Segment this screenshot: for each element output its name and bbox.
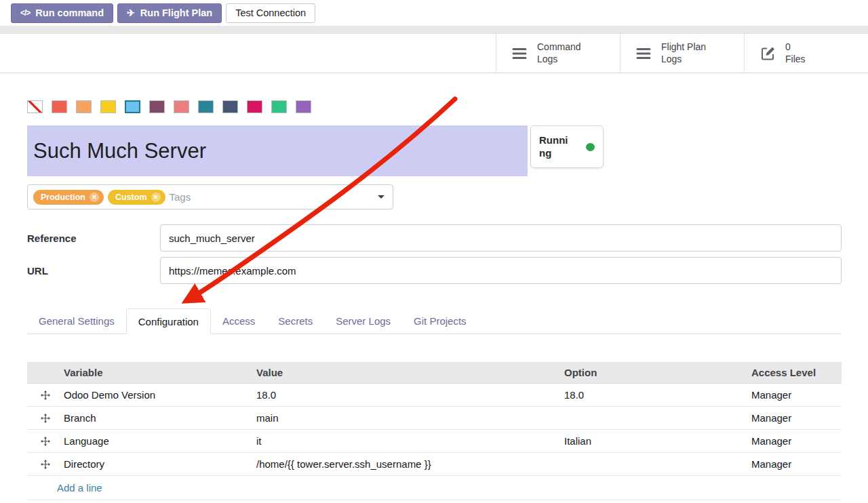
cell-value[interactable]: /home/{{ tower.server.ssh_username }} xyxy=(250,458,557,470)
cell-option[interactable]: 18.0 xyxy=(557,389,745,401)
color-swatch-orange[interactable] xyxy=(76,100,92,113)
drag-handle-icon[interactable] xyxy=(27,414,57,423)
tags-field[interactable]: Production ✕ Custom ✕ Tags xyxy=(27,184,393,209)
separator-strip xyxy=(0,26,868,34)
column-header-option: Option xyxy=(557,367,745,378)
code-icon: </> xyxy=(20,8,30,18)
tag-custom-remove-icon[interactable]: ✕ xyxy=(151,193,161,202)
flight-plan-logs-line2: Logs xyxy=(661,54,682,64)
cell-option[interactable]: Italian xyxy=(557,435,745,447)
cell-value[interactable]: 18.0 xyxy=(250,389,557,401)
table-row[interactable]: Odoo Demo Version 18.0 18.0 Manager xyxy=(27,384,842,407)
plane-icon: ✈ xyxy=(127,7,135,18)
tab-git-projects[interactable]: Git Projects xyxy=(402,308,478,334)
url-input[interactable] xyxy=(160,257,842,284)
add-line-row: Add a line xyxy=(27,476,842,500)
flight-plan-logs-button[interactable]: Flight Plan Logs xyxy=(620,34,744,73)
command-logs-line2: Logs xyxy=(537,54,557,64)
test-connection-button[interactable]: Test Connection xyxy=(226,3,315,23)
tags-placeholder: Tags xyxy=(170,191,191,203)
tag-production-label: Production xyxy=(41,193,85,202)
run-command-label: Run command xyxy=(35,7,104,18)
chevron-down-icon[interactable] xyxy=(378,195,384,199)
command-logs-button[interactable]: Command Logs xyxy=(496,34,620,73)
list-icon xyxy=(511,47,528,60)
status-badge[interactable]: Running xyxy=(530,125,604,168)
column-header-access-level: Access Level xyxy=(745,367,842,378)
command-logs-line1: Command xyxy=(537,41,581,52)
top-toolbar: </> Run command ✈ Run Flight Plan Test C… xyxy=(0,0,868,26)
flight-plan-logs-label: Flight Plan Logs xyxy=(661,41,706,65)
cell-variable[interactable]: Branch xyxy=(57,412,250,424)
tag-production-remove-icon[interactable]: ✕ xyxy=(90,193,99,202)
run-flight-plan-label: Run Flight Plan xyxy=(140,7,212,18)
color-swatch-cyan-selected[interactable] xyxy=(125,100,140,113)
run-flight-plan-button[interactable]: ✈ Run Flight Plan xyxy=(117,3,222,23)
color-swatch-fuchsia[interactable] xyxy=(247,100,262,113)
notebook-tabs: General Settings Configuration Access Se… xyxy=(27,308,842,334)
drag-handle-icon[interactable] xyxy=(27,390,57,400)
tab-access[interactable]: Access xyxy=(211,308,267,334)
edit-icon xyxy=(760,45,776,62)
tab-secrets[interactable]: Secrets xyxy=(267,308,324,334)
color-swatch-salmon[interactable] xyxy=(174,100,189,113)
record-sheet: Such Much Server Running Production ✕ Cu… xyxy=(0,100,868,500)
tab-general-settings[interactable]: General Settings xyxy=(27,308,126,334)
test-connection-label: Test Connection xyxy=(235,7,306,18)
table-row[interactable]: Branch main Manager xyxy=(27,407,842,430)
status-label: Running xyxy=(539,134,573,160)
color-swatch-dark-blue[interactable] xyxy=(222,100,238,113)
add-a-line-link[interactable]: Add a line xyxy=(57,482,102,494)
list-icon xyxy=(635,47,652,60)
title-row: Such Much Server Running xyxy=(27,125,842,176)
cell-value[interactable]: main xyxy=(250,412,557,424)
cell-access-level[interactable]: Manager xyxy=(745,458,842,470)
cell-variable[interactable]: Language xyxy=(57,435,250,447)
configuration-table: Variable Value Option Access Level Odoo … xyxy=(27,362,842,500)
files-count: 0 xyxy=(785,41,791,52)
files-line2: Files xyxy=(785,54,806,64)
tag-custom-label: Custom xyxy=(115,193,147,202)
tag-custom[interactable]: Custom ✕ xyxy=(108,190,165,205)
run-command-button[interactable]: </> Run command xyxy=(11,3,113,23)
color-picker xyxy=(27,100,842,113)
cell-access-level[interactable]: Manager xyxy=(745,389,842,401)
cell-variable[interactable]: Directory xyxy=(57,458,250,470)
color-swatch-none[interactable] xyxy=(27,100,43,113)
server-title-input[interactable]: Such Much Server xyxy=(27,125,528,176)
reference-field-row: Reference xyxy=(27,224,842,252)
column-header-variable: Variable xyxy=(57,367,250,378)
cell-variable[interactable]: Odoo Demo Version xyxy=(57,389,250,401)
status-dot-green xyxy=(586,143,595,151)
reference-label: Reference xyxy=(27,233,160,244)
color-swatch-yellow[interactable] xyxy=(100,100,116,113)
cell-value[interactable]: it xyxy=(250,435,557,447)
tab-server-logs[interactable]: Server Logs xyxy=(324,308,402,334)
control-panel: Command Logs Flight Plan Logs 0 Files xyxy=(0,34,868,73)
files-label: 0 Files xyxy=(785,41,806,65)
url-label: URL xyxy=(27,265,160,277)
color-swatch-dark-purple[interactable] xyxy=(149,100,165,113)
drag-handle-icon[interactable] xyxy=(27,437,57,446)
column-header-value: Value xyxy=(250,367,557,378)
color-swatch-green[interactable] xyxy=(271,100,287,113)
tab-configuration[interactable]: Configuration xyxy=(126,308,211,334)
table-row[interactable]: Language it Italian Manager xyxy=(27,430,842,453)
table-row[interactable]: Directory /home/{{ tower.server.ssh_user… xyxy=(27,453,842,476)
table-header-row: Variable Value Option Access Level xyxy=(27,362,842,384)
flight-plan-logs-line1: Flight Plan xyxy=(661,41,706,52)
color-swatch-teal[interactable] xyxy=(198,100,214,113)
files-button[interactable]: 0 Files xyxy=(744,34,868,73)
tag-production[interactable]: Production ✕ xyxy=(33,190,104,205)
reference-input[interactable] xyxy=(160,224,842,252)
cell-access-level[interactable]: Manager xyxy=(745,435,842,447)
drag-handle-icon[interactable] xyxy=(27,460,57,469)
cell-access-level[interactable]: Manager xyxy=(745,412,842,424)
color-swatch-purple[interactable] xyxy=(296,100,311,113)
url-field-row: URL xyxy=(27,257,842,284)
command-logs-label: Command Logs xyxy=(537,41,581,65)
color-swatch-red[interactable] xyxy=(52,100,67,113)
